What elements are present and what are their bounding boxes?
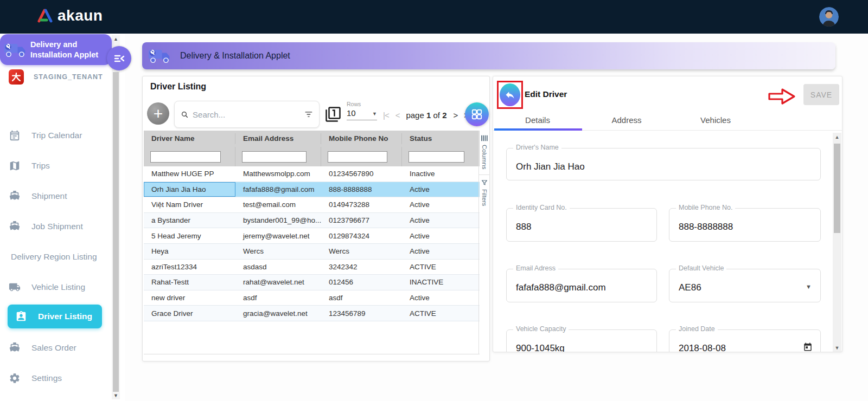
tab-details[interactable]: Details [493, 115, 582, 128]
table-row-selected[interactable]: Orh Jian Jia Hao fafafa888@gmail.com 888… [144, 182, 480, 198]
sidebar: Delivery and Installation Applet ▲ ▼ [0, 34, 125, 401]
table-header-row: Driver Name Email Address Mobile Phone N… [144, 131, 480, 147]
table-row[interactable]: Việt Nam Driver test@email.com 014947328… [144, 197, 480, 213]
email-field[interactable]: Email Adress fafafa888@gmail.com [506, 269, 657, 302]
filter-input-phone[interactable] [328, 151, 387, 163]
listing-title: Driver Listing [150, 82, 206, 92]
status-cell: INACTIVE [402, 278, 478, 286]
scroll-down-icon[interactable]: ▼ [833, 345, 841, 351]
table-row[interactable]: new driver asdf asdf Active [144, 290, 480, 306]
mobile-phone-field[interactable]: Mobile Phone No. 888-8888888 [669, 208, 821, 242]
scroll-down-icon[interactable]: ▼ [112, 393, 120, 398]
sidebar-item-label: Driver Listing [38, 312, 92, 321]
filters-toggle[interactable]: Filters [479, 175, 489, 211]
table-row[interactable]: a Bystander bystander001_99@ho... 012379… [144, 213, 480, 229]
sidebar-collapse-button[interactable] [107, 46, 131, 70]
table-row[interactable]: Matthew HUGE PP Matthewsmolpp.com 012345… [144, 166, 480, 182]
column-header[interactable]: Email Address [235, 133, 321, 144]
columns-label: Columns [481, 145, 488, 169]
sidebar-item-tenant[interactable]: STAGING_TENANT [9, 69, 103, 85]
driver-name-field[interactable]: Driver's Name Orh Jian Jia Hao [506, 148, 821, 180]
rows-per-page-select[interactable]: Rows 10 ▼ [347, 101, 377, 120]
tab-address[interactable]: Address [582, 115, 671, 128]
search-input[interactable] [193, 110, 301, 119]
status-cell: Inactive [402, 170, 478, 178]
sidebar-item-personalization[interactable]: Personalization [9, 398, 104, 401]
sidebar-item-settings[interactable]: Settings [9, 367, 104, 389]
columns-toggle[interactable]: Columns [479, 131, 489, 175]
add-driver-button[interactable]: + [147, 102, 169, 125]
column-header[interactable]: Mobile Phone No [321, 133, 402, 144]
status-cell: Active [402, 232, 478, 240]
grid-view-button[interactable] [465, 102, 489, 126]
calendar-icon[interactable] [803, 342, 813, 352]
tab-bar: Details Address Vehicles [493, 115, 843, 128]
edit-driver-panel: Edit Driver SAVE Details Address Vehicle… [493, 76, 843, 352]
plus-icon: + [154, 106, 163, 122]
red-annotation-box [497, 81, 523, 109]
filter-input-status[interactable] [409, 151, 464, 163]
sidebar-item-driver-listing[interactable]: Driver Listing [8, 305, 102, 328]
ship-icon [9, 342, 21, 354]
pages-2-icon[interactable] [325, 106, 341, 122]
first-page-button[interactable]: |< [383, 111, 389, 120]
ship-icon [9, 221, 21, 232]
applet-pill[interactable]: Delivery and Installation Applet [0, 34, 112, 65]
identity-card-field[interactable]: Identity Card No. 888 [506, 208, 657, 242]
table-row[interactable]: azriTest12334 asdasd 3242342 ACTIVE [144, 260, 480, 275]
filters-label: Filters [481, 189, 488, 206]
default-vehicle-select[interactable]: Default Vehicle AE86 ▼ [669, 269, 821, 302]
sidebar-item-shipment[interactable]: Shipment [9, 185, 104, 207]
akaun-logo[interactable]: akaun [37, 7, 103, 24]
chevron-down-icon[interactable]: ▼ [806, 283, 812, 290]
status-cell: Active [402, 200, 478, 209]
next-page-button[interactable]: > [454, 111, 458, 120]
top-navbar: akaun [0, 0, 868, 34]
sidebar-scrollbar-thumb[interactable] [113, 72, 119, 392]
sidebar-item-trip-calendar[interactable]: Trip Calendar [9, 125, 104, 146]
ship-icon [9, 190, 21, 202]
scroll-up-icon[interactable]: ▲ [112, 36, 120, 42]
panel-scrollbar[interactable]: ▲ ▼ [833, 133, 841, 352]
filter-list-icon[interactable] [305, 111, 312, 118]
sidebar-item-job-shipment[interactable]: Job Shipment [9, 216, 104, 237]
current-page: 1 [426, 111, 431, 120]
sidebar-item-sales-order[interactable]: Sales Order [9, 337, 104, 359]
save-button[interactable]: SAVE [803, 84, 839, 105]
sidebar-item-label: Vehicle Listing [31, 282, 85, 292]
vehicle-capacity-field[interactable]: Vehicle Capacity 900-1045kg [506, 329, 657, 352]
sidebar-item-trips[interactable]: Trips [9, 155, 104, 177]
joined-date-field[interactable]: Joined Date 2018-08-08 [669, 329, 821, 352]
table-row[interactable]: Grace Driver gracia@wavelet.net 12345678… [144, 306, 480, 321]
active-tab-underline [494, 128, 582, 131]
table-row[interactable]: Rahat-Testt rahat@wavelet.net 012456 INA… [144, 275, 480, 290]
tab-vehicles[interactable]: Vehicles [671, 115, 760, 128]
sidebar-item-label: Delivery Region Listing [11, 252, 97, 262]
sidebar-scrollbar[interactable]: ▲ ▼ [112, 35, 120, 399]
table-row[interactable]: Heya Wercs Wercs Active [144, 244, 480, 260]
pagination: |< < page 1 of 2 > >| [383, 111, 470, 120]
status-cell: Active [402, 294, 478, 302]
scroll-up-icon[interactable]: ▲ [833, 134, 841, 140]
column-header[interactable]: Driver Name [144, 133, 235, 144]
sidebar-item-delivery-region-listing[interactable]: Delivery Region Listing [9, 246, 104, 268]
driver-listing-card: Driver Listing + Rows 10 ▼ |< < [142, 76, 490, 361]
column-header[interactable]: Status [402, 133, 478, 144]
rows-value[interactable]: 10 ▼ [347, 108, 377, 120]
status-cell: Active [402, 185, 478, 193]
search-box[interactable] [174, 101, 320, 128]
back-button[interactable] [500, 83, 520, 106]
grid-icon [471, 108, 483, 120]
sidebar-item-label: Settings [31, 373, 62, 383]
filter-input-email[interactable] [242, 151, 307, 163]
sidebar-item-vehicle-listing[interactable]: Vehicle Listing [9, 276, 104, 298]
banner-title: Delivery & Installation Applet [180, 51, 290, 61]
table-row[interactable]: 5 Head Jeremy jeremy@wavelet.net 0129874… [144, 228, 480, 244]
filter-input-driver-name[interactable] [150, 151, 221, 163]
prev-page-button[interactable]: < [395, 111, 400, 120]
sidebar-item-label: Trips [31, 161, 50, 171]
status-cell: Active [402, 216, 478, 224]
panel-scrollbar-thumb[interactable] [834, 144, 840, 233]
user-avatar[interactable] [819, 7, 839, 27]
delivery-truck-icon [3, 41, 27, 59]
